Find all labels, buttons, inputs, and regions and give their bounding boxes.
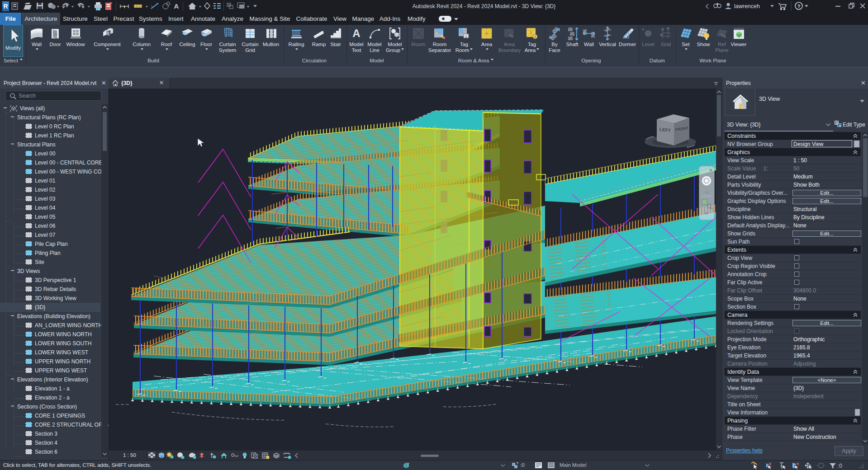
svg-text:R: R bbox=[3, 3, 8, 10]
svg-text:A: A bbox=[352, 27, 360, 39]
svg-text:?: ? bbox=[797, 4, 801, 9]
svg-text::0: :0 bbox=[838, 463, 842, 469]
svg-text:A: A bbox=[174, 2, 179, 10]
svg-text:1: 1 bbox=[534, 35, 536, 39]
svg-text:lawrenceh: lawrenceh bbox=[734, 3, 760, 9]
svg-text:1: 1 bbox=[465, 34, 467, 38]
